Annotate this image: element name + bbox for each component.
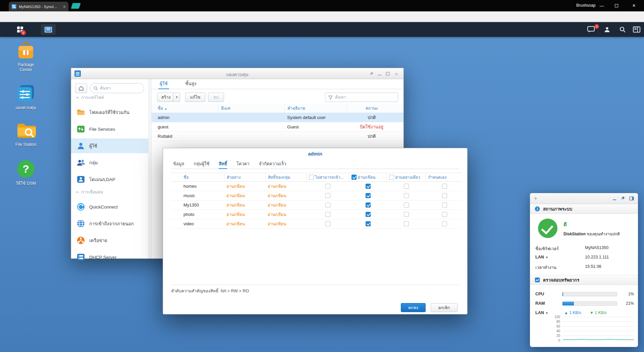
sidebar-scrollbar[interactable]: [148, 79, 152, 258]
browser-tab[interactable]: MyNAS1350 - Synology ×: [9, 2, 68, 11]
checkbox-no-access[interactable]: [325, 184, 330, 189]
checkbox-read-only[interactable]: [404, 221, 409, 226]
user-options-icon[interactable]: [601, 24, 613, 35]
sidebar-item-quickconnect[interactable]: QuickConnect: [71, 199, 148, 214]
tab-quota[interactable]: โควตา: [236, 160, 250, 169]
sidebar-item-external-access[interactable]: การเข้าถึงจากภายนอก: [71, 216, 148, 231]
add-widget-icon[interactable]: +: [534, 195, 537, 202]
checkbox-custom[interactable]: [442, 184, 447, 189]
permission-row[interactable]: My1350 อ่าน/เขียน อ่าน/เขียน: [171, 200, 462, 210]
resource-monitor-header[interactable]: ตรวจสอบทรัพยากร: [530, 275, 638, 285]
column-description[interactable]: คำอธิบาย: [284, 104, 347, 113]
pin-icon[interactable]: [368, 71, 375, 77]
column-status[interactable]: สถานะ: [347, 104, 396, 113]
sidebar-item-user[interactable]: ผู้ใช้: [71, 138, 148, 153]
desktop-icon-file-station[interactable]: File Station: [7, 120, 45, 147]
section-header[interactable]: การเชื่อมต่อ: [76, 189, 103, 195]
new-tab-button[interactable]: [71, 3, 81, 9]
user-list-search-input[interactable]: [335, 95, 395, 100]
header-checkbox-read-only[interactable]: [389, 175, 394, 180]
search-icon[interactable]: [616, 24, 629, 35]
sidebar-search[interactable]: [90, 83, 144, 93]
system-health-header[interactable]: สถานภาพระบบ: [530, 204, 638, 214]
sidebar-item-shared-folder[interactable]: โฟลเดอร์ที่ใช้ร่วมกัน: [71, 105, 148, 120]
desktop-icon-package-center[interactable]: Package Center: [7, 40, 45, 72]
sidebar-item-domain-ldap[interactable]: โดเมน/LDAP: [71, 172, 148, 187]
column-preview[interactable]: ตัวอย่าง: [224, 173, 265, 182]
permission-row[interactable]: photo อ่าน/เขียน อ่าน/เขียน: [171, 210, 462, 219]
home-button[interactable]: [75, 83, 87, 93]
checkbox-custom[interactable]: [442, 202, 447, 208]
checkbox-read-only[interactable]: [404, 202, 409, 208]
checkbox-custom[interactable]: [442, 193, 447, 198]
ok-button[interactable]: ตกลง: [401, 303, 426, 312]
checkbox-read-write[interactable]: [366, 202, 371, 208]
user-row[interactable]: Ruttakit ปกติ: [152, 132, 404, 141]
checkbox-custom[interactable]: [442, 221, 447, 226]
cancel-button[interactable]: ยกเลิก: [431, 303, 458, 312]
checkbox-read-write[interactable]: [366, 221, 371, 226]
column-group-permission[interactable]: สิทธิ์ของกลุ่ม: [265, 173, 306, 182]
edit-button[interactable]: แก้ไข: [185, 93, 205, 102]
create-button[interactable]: สร้าง ▼: [157, 93, 180, 102]
checkbox-read-only[interactable]: [404, 184, 409, 189]
section-header[interactable]: การแชร์ไฟล์: [76, 94, 104, 101]
window-close-button[interactable]: ×: [625, 0, 643, 11]
checkbox-read-write[interactable]: [366, 184, 371, 189]
column-read-write[interactable]: อ่าน/เขียน: [349, 173, 386, 182]
checkbox-no-access[interactable]: [325, 193, 330, 198]
column-custom[interactable]: กำหนดเอง: [425, 173, 463, 182]
pin-icon[interactable]: [621, 196, 625, 202]
tab-close-icon[interactable]: ×: [63, 4, 66, 9]
permission-row[interactable]: music อ่าน/เขียน อ่าน/เขียน: [171, 191, 462, 200]
chevron-down-icon[interactable]: ▼: [173, 93, 180, 102]
desktop-icon-dsm-help[interactable]: ? วิธีใช้ DSM: [7, 159, 45, 186]
sidebar-item-group[interactable]: กลุ่ม: [71, 155, 148, 170]
lan-label[interactable]: LAN▼: [535, 255, 548, 259]
lan-traffic-label[interactable]: LAN▼: [535, 310, 548, 315]
open-app-control-panel[interactable]: [41, 24, 56, 35]
header-checkbox-no-access[interactable]: [309, 175, 314, 180]
window-restore-button[interactable]: [609, 0, 624, 11]
checkbox-read-write[interactable]: [366, 212, 371, 217]
tab-user-groups[interactable]: กลุ่มผู้ใช้: [194, 160, 209, 169]
sidebar-search-input[interactable]: [100, 86, 141, 91]
column-name[interactable]: ชื่อ▲: [155, 104, 218, 113]
checkbox-custom[interactable]: [442, 212, 447, 217]
maximize-icon[interactable]: [384, 71, 391, 77]
checkbox-no-access[interactable]: [325, 202, 330, 208]
checkbox-read-only[interactable]: [404, 212, 409, 217]
window-titlebar[interactable]: แผงควบคุม ×: [71, 68, 404, 79]
column-name[interactable]: ชื่อ: [181, 173, 224, 182]
checkbox-no-access[interactable]: [325, 221, 330, 226]
minimize-icon[interactable]: [376, 71, 383, 77]
sidebar-item-dhcp-server[interactable]: DHCP Server: [71, 250, 148, 265]
browser-profile-name[interactable]: Brushsoap: [576, 3, 595, 8]
delete-button[interactable]: ลบ: [208, 93, 224, 102]
tab-info[interactable]: ข้อมูล: [173, 160, 184, 169]
checkbox-read-only[interactable]: [404, 193, 409, 198]
collapse-icon[interactable]: [612, 196, 616, 202]
tab-speed-limit[interactable]: จำกัดความเร็ว: [259, 160, 286, 169]
window-minimize-button[interactable]: —: [594, 0, 609, 11]
tab-advanced[interactable]: ชั้นสูง: [184, 79, 198, 89]
user-row[interactable]: guest Guest ปิดใช้งานอยู่: [152, 122, 404, 132]
sidebar-item-network[interactable]: เครือข่าย: [71, 233, 148, 248]
widgets-icon[interactable]: [631, 24, 643, 35]
sidebar-item-file-services[interactable]: File Services: [71, 122, 148, 136]
column-read-only[interactable]: อ่านอย่างเดียว: [386, 173, 425, 182]
close-icon[interactable]: ×: [393, 71, 400, 77]
header-checkbox-read-write[interactable]: [352, 175, 357, 180]
tab-user[interactable]: ผู้ใช้: [158, 79, 169, 89]
checkbox-no-access[interactable]: [325, 212, 330, 217]
user-list-search[interactable]: [325, 93, 398, 102]
permission-row[interactable]: video อ่าน/เขียน อ่าน/เขียน: [171, 219, 462, 229]
permission-row[interactable]: homes อ่าน/เขียน อ่าน/เขียน: [171, 182, 462, 191]
user-row[interactable]: admin System default user ปกติ: [152, 113, 404, 122]
dock-panel-icon[interactable]: [629, 196, 634, 202]
tab-permissions[interactable]: สิทธิ์: [219, 160, 227, 169]
desktop-icon-control-panel[interactable]: แผงควบคุม: [7, 83, 45, 110]
checkbox-read-write[interactable]: [366, 193, 371, 198]
column-no-access[interactable]: ไม่สามารถเข้า...: [306, 173, 349, 182]
column-email[interactable]: อีเมล: [218, 104, 284, 113]
